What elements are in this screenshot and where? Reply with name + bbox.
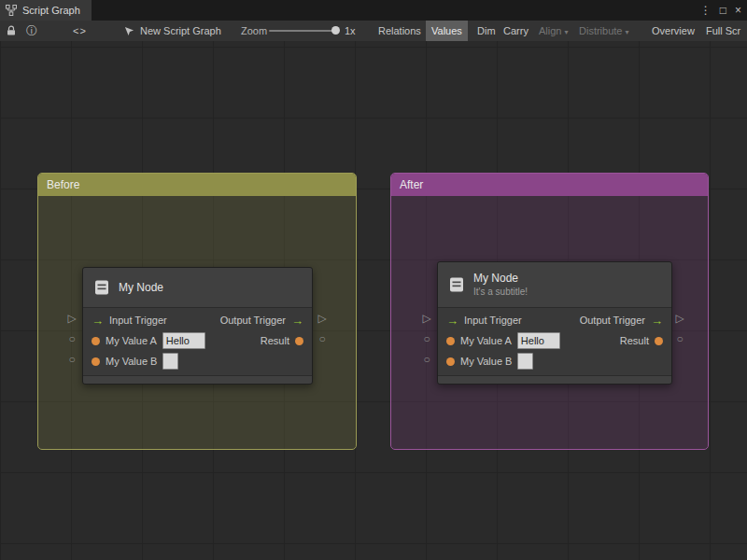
port-row-value-b: My Value B [438, 351, 671, 371]
carry-button[interactable]: Carry [498, 21, 534, 41]
node-body: → Input Trigger Output Trigger → My Valu… [438, 308, 671, 375]
tab-script-graph[interactable]: Script Graph [0, 0, 92, 21]
value-a-port-icon[interactable] [92, 337, 100, 345]
before-ext-value-b-port[interactable]: ○ [65, 349, 78, 370]
distribute-button[interactable]: Distribute▾ [573, 21, 634, 41]
before-ext-value-a-port[interactable]: ○ [65, 329, 78, 349]
input-trigger-label: Input Trigger [464, 315, 522, 326]
chevron-down-icon: ▾ [625, 28, 628, 36]
value-a-port-icon[interactable] [446, 337, 455, 345]
output-trigger-port-icon[interactable]: → [291, 315, 303, 327]
node-my-node-after[interactable]: My Node It's a subtitle! → Input Trigger… [437, 261, 672, 385]
input-trigger-label: Input Trigger [109, 315, 167, 326]
unit-icon [92, 278, 111, 297]
graph-canvas[interactable]: Before After My Node → Input Trigger [0, 41, 747, 560]
window-titlebar: Script Graph ⋮ □ × [0, 0, 747, 21]
node-header[interactable]: My Node It's a subtitle! [438, 262, 671, 308]
after-ext-result-port[interactable]: ○ [673, 329, 686, 349]
value-a-label: My Value A [460, 335, 512, 346]
input-trigger-port-icon[interactable]: → [446, 315, 458, 327]
value-a-input[interactable] [162, 332, 205, 349]
value-a-label: My Value A [106, 335, 157, 346]
node-subtitle: It's a subtitle! [473, 287, 528, 298]
result-port-icon[interactable] [655, 337, 663, 345]
value-b-input[interactable] [517, 353, 533, 370]
port-row-value-a: My Value A Result [83, 330, 312, 351]
node-footer [83, 375, 312, 384]
value-b-port-icon[interactable] [446, 357, 455, 366]
close-icon[interactable]: × [735, 0, 741, 21]
port-row-trigger: → Input Trigger Output Trigger → [438, 310, 671, 330]
unit-icon [447, 275, 466, 294]
port-row-value-a: My Value A Result [438, 330, 671, 351]
kebab-menu-icon[interactable]: ⋮ [700, 0, 712, 21]
relations-button[interactable]: Relations [373, 21, 427, 41]
info-icon[interactable]: ⓘ [26, 21, 37, 41]
before-ext-result-port[interactable]: ○ [316, 329, 329, 349]
result-port-icon[interactable] [295, 337, 303, 345]
graph-name-label[interactable]: New Script Graph [140, 21, 221, 41]
node-header[interactable]: My Node [83, 268, 312, 308]
value-b-input[interactable] [162, 353, 178, 370]
graph-pointer-icon [124, 21, 134, 41]
value-b-port-icon[interactable] [92, 357, 100, 366]
align-button[interactable]: Align▾ [533, 21, 573, 41]
after-ext-value-b-port[interactable]: ○ [420, 349, 433, 370]
output-trigger-label: Output Trigger [580, 315, 645, 326]
after-ext-output-trigger-port[interactable]: ▷ [673, 308, 686, 329]
group-before-title: Before [47, 178, 79, 191]
zoom-slider-knob[interactable] [331, 26, 340, 35]
code-view-icon[interactable]: <> [73, 21, 87, 41]
node-title: My Node [119, 281, 163, 294]
output-trigger-port-icon[interactable]: → [651, 315, 663, 327]
result-label: Result [261, 335, 289, 346]
values-button[interactable]: Values [426, 21, 468, 41]
distribute-label: Distribute [579, 25, 622, 36]
lock-icon[interactable] [7, 21, 16, 41]
zoom-slider-track[interactable] [269, 30, 336, 32]
node-footer [438, 375, 671, 384]
port-row-trigger: → Input Trigger Output Trigger → [83, 310, 312, 330]
zoom-label: Zoom [241, 21, 267, 41]
group-after-title: After [400, 178, 423, 191]
node-my-node-before[interactable]: My Node → Input Trigger Output Trigger →… [82, 267, 313, 385]
after-ext-value-a-port[interactable]: ○ [420, 329, 433, 349]
maximize-icon[interactable]: □ [720, 0, 726, 21]
fullscreen-button[interactable]: Full Scr [700, 21, 746, 41]
input-trigger-port-icon[interactable]: → [92, 315, 104, 327]
before-ext-output-trigger-port[interactable]: ▷ [316, 308, 329, 329]
graph-toolbar: ⓘ <> New Script Graph Zoom 1x Relations … [0, 21, 747, 42]
overview-button[interactable]: Overview [646, 21, 700, 41]
zoom-value: 1x [345, 21, 356, 41]
after-ext-input-trigger-port[interactable]: ▷ [420, 308, 433, 329]
chevron-down-icon: ▾ [564, 28, 568, 36]
value-a-input[interactable] [517, 332, 560, 349]
align-label: Align [539, 25, 561, 36]
node-title: My Node [473, 272, 528, 285]
script-graph-icon [6, 5, 17, 16]
before-ext-input-trigger-port[interactable]: ▷ [65, 308, 78, 329]
result-label: Result [620, 335, 649, 346]
dim-button[interactable]: Dim [472, 21, 501, 41]
value-b-label: My Value B [106, 356, 157, 367]
port-row-value-b: My Value B [83, 351, 312, 371]
node-body: → Input Trigger Output Trigger → My Valu… [83, 308, 312, 375]
group-before-header[interactable]: Before [38, 174, 356, 196]
window-controls: ⋮ □ × [700, 0, 741, 21]
value-b-label: My Value B [460, 356, 512, 367]
group-after-header[interactable]: After [391, 174, 708, 196]
tab-title: Script Graph [22, 5, 80, 16]
output-trigger-label: Output Trigger [220, 315, 286, 326]
